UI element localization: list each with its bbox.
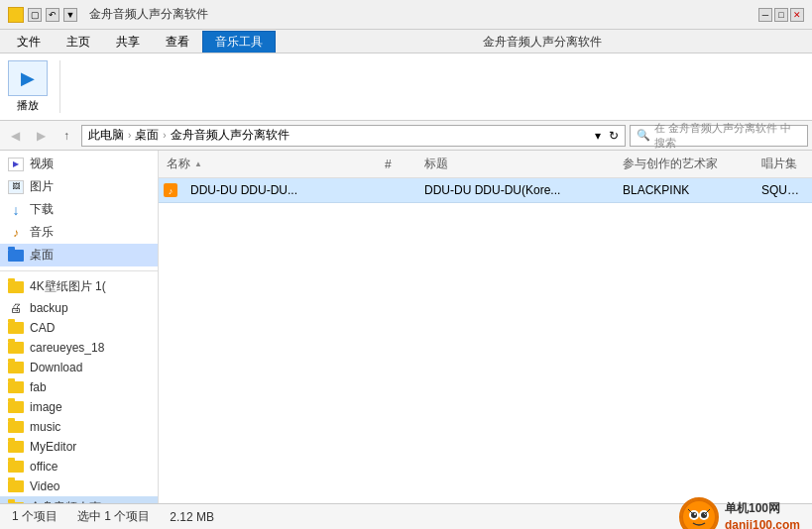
sidebar-item-music[interactable]: ♪ 音乐: [0, 221, 158, 244]
breadcrumb-dropdown[interactable]: ▾: [595, 129, 601, 143]
breadcrumb-part-3[interactable]: 金舟音频人声分离软件: [171, 127, 290, 144]
svg-text:♪: ♪: [169, 186, 174, 196]
folder-icon-music: [8, 421, 24, 433]
sidebar-item-cad[interactable]: CAD: [0, 318, 158, 338]
file-name: DDU-DU DDU-DU...: [182, 181, 305, 199]
sidebar-divider-1: [0, 270, 158, 271]
sidebar-item-video[interactable]: ▶ 视频: [0, 153, 158, 175]
col-title-label: 标题: [424, 156, 448, 172]
status-size: 2.12 MB: [170, 510, 214, 524]
sidebar-label-desktop: 桌面: [30, 247, 54, 264]
sidebar-item-4kwallpaper[interactable]: 4K壁纸图片 1(: [0, 275, 158, 298]
status-bar: 1 个项目 选中 1 个项目 2.12 MB 单机100网 danji100.c…: [0, 503, 812, 529]
breadcrumb-part-1[interactable]: 此电脑: [88, 127, 124, 144]
sidebar-label-careueyes: careueyes_18: [30, 341, 104, 355]
forward-btn[interactable]: ▶: [30, 125, 52, 147]
col-album-label: 唱片集: [761, 156, 797, 172]
play-label: 播放: [17, 98, 39, 113]
address-bar: ◀ ▶ ↑ 此电脑 › 桌面 › 金舟音频人声分离软件 ▾ ↻ 🔍 在 金舟音频…: [0, 121, 812, 151]
title-bar: ▢ ↶ ▼ 金舟音频人声分离软件 ─ □ ✕: [0, 0, 812, 30]
status-selected: 选中 1 个项目: [77, 508, 150, 525]
folder-icon-download: [8, 362, 24, 373]
desktop-folder-icon: [8, 250, 24, 262]
col-header-title[interactable]: 标题: [416, 153, 615, 175]
ribbon-tabs: 文件 主页 共享 查看 音乐工具 金舟音频人声分离软件: [0, 30, 812, 53]
sidebar-item-downloads[interactable]: ↓ 下载: [0, 198, 158, 221]
download-icon: ↓: [8, 203, 24, 217]
minimize-btn[interactable]: ─: [758, 8, 772, 22]
sidebar-item-desktop[interactable]: 桌面: [0, 244, 158, 266]
search-placeholder: 在 金舟音频人声分离软件 中搜索: [654, 121, 801, 151]
title-btn-2[interactable]: ↶: [46, 8, 59, 22]
tab-share[interactable]: 共享: [103, 31, 153, 53]
watermark-logo: [679, 497, 719, 530]
play-button[interactable]: ▶: [8, 60, 48, 96]
file-album: SQUARE UP: [754, 181, 812, 199]
sidebar-label-music-folder: music: [30, 420, 60, 434]
col-header-artist[interactable]: 参与创作的艺术家: [615, 153, 754, 175]
folder-icon-4k: [8, 281, 24, 293]
main-area: ▶ 视频 🖼 图片 ↓ 下载 ♪ 音乐 桌面: [0, 151, 812, 503]
folder-icon-office: [8, 461, 24, 473]
sidebar-item-image[interactable]: image: [0, 397, 158, 417]
backup-icon: 🖨: [8, 301, 24, 315]
sort-arrow-name: ▲: [194, 159, 202, 168]
col-header-hash[interactable]: #: [377, 153, 416, 175]
col-hash-label: #: [385, 158, 392, 171]
breadcrumb-part-2[interactable]: 桌面: [135, 127, 159, 144]
tab-view[interactable]: 查看: [153, 31, 202, 53]
breadcrumb-sep-2: ›: [163, 130, 166, 141]
file-title: DDU-DU DDU-DU(Kore...: [416, 181, 615, 199]
sidebar-label-backup: backup: [30, 301, 68, 315]
sidebar: ▶ 视频 🖼 图片 ↓ 下载 ♪ 音乐 桌面: [0, 151, 159, 503]
file-artist: BLACKPINK: [615, 181, 754, 199]
sidebar-item-careueyes[interactable]: careueyes_18: [0, 338, 158, 358]
tab-home[interactable]: 主页: [54, 31, 103, 53]
refresh-btn[interactable]: ↻: [609, 129, 619, 143]
sidebar-item-jinzhou[interactable]: 金舟音频人声: [0, 496, 158, 503]
file-hash: [377, 188, 416, 192]
sidebar-item-myeditor[interactable]: MyEditor: [0, 437, 158, 457]
tab-music-tools[interactable]: 音乐工具: [202, 31, 276, 53]
table-row[interactable]: ♪ DDU-DU DDU-DU... DDU-DU DDU-DU(Kore...…: [159, 178, 812, 203]
folder-icon-jinzhou: [8, 502, 24, 504]
ribbon-content: ▶ 播放: [0, 53, 812, 121]
sidebar-label-pictures: 图片: [30, 178, 54, 195]
sidebar-label-image: image: [30, 400, 62, 414]
breadcrumb[interactable]: 此电脑 › 桌面 › 金舟音频人声分离软件 ▾ ↻: [81, 125, 626, 147]
content-header: 名称 ▲ # 标题 参与创作的艺术家 唱片集: [159, 151, 812, 178]
up-btn[interactable]: ↑: [56, 125, 77, 147]
search-box[interactable]: 🔍 在 金舟音频人声分离软件 中搜索: [630, 125, 808, 147]
sidebar-item-office[interactable]: office: [0, 457, 158, 476]
watermark-site: danji100.com: [725, 517, 800, 530]
sidebar-item-backup[interactable]: 🖨 backup: [0, 298, 158, 318]
sidebar-item-pictures[interactable]: 🖼 图片: [0, 175, 158, 198]
folder-icon-myeditor: [8, 441, 24, 453]
file-icon-music: ♪: [163, 182, 178, 198]
sidebar-item-video-folder[interactable]: Video: [0, 476, 158, 496]
app-icon: [8, 7, 24, 23]
sidebar-label-cad: CAD: [30, 321, 55, 335]
sidebar-quickaccess: ▶ 视频 🖼 图片 ↓ 下载 ♪ 音乐 桌面: [0, 151, 158, 268]
app-title: 金舟音频人声分离软件: [89, 6, 208, 23]
title-btn-1[interactable]: ▢: [28, 8, 42, 22]
back-btn[interactable]: ◀: [4, 125, 26, 147]
maximize-btn[interactable]: □: [774, 8, 788, 22]
sidebar-item-music-folder[interactable]: music: [0, 417, 158, 437]
sidebar-label-downloads: 下载: [30, 201, 54, 218]
col-header-name[interactable]: 名称 ▲: [159, 153, 377, 175]
sidebar-label-music: 音乐: [30, 224, 54, 241]
sidebar-label-fab: fab: [30, 380, 47, 394]
sidebar-item-fab[interactable]: fab: [0, 377, 158, 397]
col-header-album[interactable]: 唱片集: [754, 153, 812, 175]
close-btn[interactable]: ✕: [790, 8, 804, 22]
content-area: 名称 ▲ # 标题 参与创作的艺术家 唱片集 ♪: [159, 151, 812, 503]
pictures-icon: 🖼: [8, 180, 24, 194]
tab-file[interactable]: 文件: [4, 31, 54, 53]
status-count: 1 个项目: [12, 508, 58, 525]
sidebar-label-video: 视频: [30, 156, 54, 172]
video-icon: ▶: [8, 158, 24, 171]
sidebar-item-download[interactable]: Download: [0, 358, 158, 377]
sidebar-label-office: office: [30, 460, 58, 474]
title-btn-3[interactable]: ▼: [63, 8, 77, 22]
